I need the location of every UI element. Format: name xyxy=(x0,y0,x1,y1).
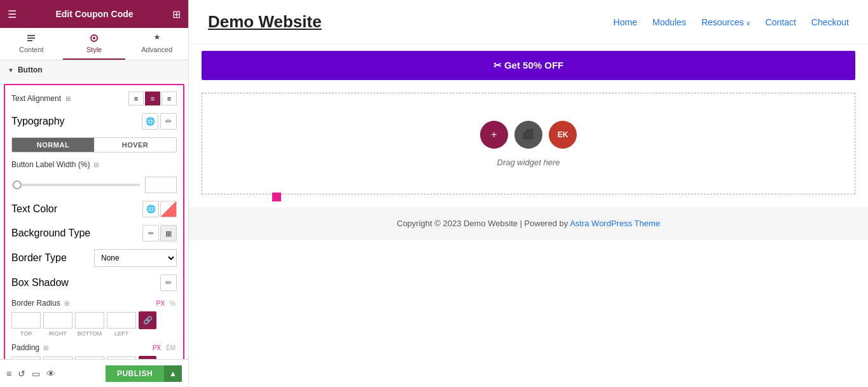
content-tab-icon xyxy=(26,33,36,43)
footer-link[interactable]: Astra WordPress Theme xyxy=(570,219,660,228)
br-left-label: LEFT xyxy=(107,330,136,337)
border-radius-top-input[interactable] xyxy=(11,312,41,329)
border-radius-link-btn[interactable]: 🔗 xyxy=(139,311,156,329)
padding-em-btn[interactable]: EM xyxy=(165,344,177,352)
preview-icon[interactable]: 👁 xyxy=(46,369,55,379)
panel-header: ☰ Edit Coupon Code ⊞ xyxy=(0,0,188,28)
site-nav-links: Home Modules Resources Contact Checkout xyxy=(614,17,849,27)
background-type-row: Background Type ✏ ▦ xyxy=(11,225,177,241)
grid-icon[interactable]: ⊞ xyxy=(172,8,181,20)
border-type-select[interactable]: None xyxy=(94,249,177,267)
publish-button[interactable]: PUBLISH xyxy=(106,365,164,382)
tab-advanced[interactable]: Advanced xyxy=(125,28,188,60)
section-arrow: ▼ xyxy=(8,67,14,74)
padding-header: Padding 🖥 PX EM xyxy=(11,343,177,352)
promo-text: ✂ Get 50% OFF xyxy=(493,60,564,71)
border-radius-inputs: 🔗 xyxy=(11,311,177,329)
svg-point-4 xyxy=(93,37,95,39)
padding-px-btn[interactable]: PX xyxy=(151,344,162,352)
border-radius-label-group: Border Radius 🖥 xyxy=(11,299,70,308)
button-width-monitor-icon: 🖥 xyxy=(92,161,99,168)
site-footer: Copyright © 2023 Demo Website | Powered … xyxy=(189,207,868,240)
typography-row: Typography 🌐 ✏ xyxy=(11,113,177,130)
bg-gradient-btn[interactable]: ▦ xyxy=(160,225,177,241)
border-radius-right-input[interactable] xyxy=(43,312,72,329)
tab-style[interactable]: Style xyxy=(63,28,126,60)
publish-btn-group: PUBLISH ▲ xyxy=(106,365,182,382)
text-alignment-label: Text Alignment xyxy=(11,94,61,103)
left-panel: ☰ Edit Coupon Code ⊞ Content Style Advan… xyxy=(0,0,189,387)
right-content: Demo Website Home Modules Resources Cont… xyxy=(189,0,868,387)
border-radius-px-btn[interactable]: PX xyxy=(155,299,166,308)
border-radius-bottom-input[interactable] xyxy=(75,312,104,329)
text-color-globe-btn[interactable]: 🌐 xyxy=(142,201,159,217)
svg-rect-1 xyxy=(27,37,35,39)
text-color-icons: 🌐 xyxy=(142,201,177,217)
responsive-icon[interactable]: ▭ xyxy=(32,369,40,379)
text-color-label: Text Color xyxy=(11,203,57,215)
background-type-label: Background Type xyxy=(11,227,90,239)
stop-widget-btn[interactable]: ⬛ xyxy=(514,121,542,149)
publish-dropdown-btn[interactable]: ▲ xyxy=(164,365,182,382)
br-bottom-label: BOTTOM xyxy=(75,330,104,337)
padding-label-group: Padding 🖥 xyxy=(11,343,49,352)
panel-tabs: Content Style Advanced xyxy=(0,28,188,60)
style-tab-label: Style xyxy=(86,46,102,53)
border-radius-pct-btn[interactable]: % xyxy=(169,299,177,308)
text-alignment-label-group: Text Alignment 🖥 xyxy=(11,94,71,103)
layers-icon[interactable]: ≡ xyxy=(6,369,11,379)
button-label-width-label: Button Label Width (%) xyxy=(11,160,90,169)
hover-tab[interactable]: HOVER xyxy=(94,138,176,152)
nav-link-modules[interactable]: Modules xyxy=(652,17,686,27)
add-widget-btn[interactable]: + xyxy=(480,121,508,149)
slider-track[interactable] xyxy=(11,184,140,186)
border-type-row: Border Type None xyxy=(11,249,177,267)
tab-content[interactable]: Content xyxy=(0,28,63,60)
button-section-header[interactable]: ▼ Button xyxy=(0,60,188,80)
box-shadow-row: Box Shadow ✏ xyxy=(11,275,177,291)
globe-icon-btn[interactable]: 🌐 xyxy=(142,113,158,130)
site-logo: Demo Website xyxy=(208,12,322,32)
padding-unit-toggle: PX EM xyxy=(151,344,177,352)
edit-widget-btn[interactable]: EK xyxy=(549,121,577,149)
button-label-width-row: Button Label Width (%) 🖥 xyxy=(11,160,177,169)
align-buttons-group: ≡ ≡ ≡ xyxy=(128,92,177,105)
box-shadow-pen-btn[interactable]: ✏ xyxy=(160,275,177,291)
text-color-row: Text Color 🌐 xyxy=(11,201,177,217)
border-radius-label: Border Radius xyxy=(11,299,60,308)
nav-link-resources[interactable]: Resources xyxy=(701,17,750,27)
box-shadow-label: Box Shadow xyxy=(11,277,69,289)
br-top-label: TOP xyxy=(11,330,41,337)
bg-solid-btn[interactable]: ✏ xyxy=(142,225,159,241)
bg-type-buttons: ✏ ▦ xyxy=(142,225,177,241)
nav-link-home[interactable]: Home xyxy=(614,17,637,27)
border-radius-left-input[interactable] xyxy=(107,312,136,329)
svg-rect-0 xyxy=(27,35,35,36)
align-right-btn[interactable]: ≡ xyxy=(162,92,177,105)
nav-link-checkout[interactable]: Checkout xyxy=(811,17,849,27)
pen-icon-btn[interactable]: ✏ xyxy=(160,113,177,130)
border-type-label: Border Type xyxy=(11,252,67,264)
slider-thumb[interactable] xyxy=(13,180,22,189)
footer-text: Copyright © 2023 Demo Website | Powered … xyxy=(397,219,570,228)
border-radius-header: Border Radius 🖥 PX % xyxy=(11,299,177,308)
padding-row: Padding 🖥 PX EM 🔗 TOP xyxy=(11,343,177,359)
panel-body: ▼ Button Text Alignment 🖥 ≡ ≡ ≡ Typograp… xyxy=(0,60,188,359)
align-center-btn[interactable]: ≡ xyxy=(145,92,160,105)
slider-row xyxy=(11,177,177,193)
pink-square-icon[interactable] xyxy=(272,193,281,201)
normal-tab[interactable]: NORMAL xyxy=(12,138,94,152)
text-color-swatch-btn[interactable] xyxy=(160,201,177,217)
align-left-btn[interactable]: ≡ xyxy=(128,92,144,105)
bottom-icons: ≡ ↺ ▭ 👁 xyxy=(6,369,55,379)
svg-rect-2 xyxy=(27,40,32,41)
typography-label: Typography xyxy=(11,116,65,127)
text-alignment-monitor-icon: 🖥 xyxy=(64,95,71,102)
nav-link-contact[interactable]: Contact xyxy=(766,17,796,27)
br-right-label: RIGHT xyxy=(43,330,72,337)
settings-box: Text Alignment 🖥 ≡ ≡ ≡ Typography 🌐 ✏ xyxy=(4,84,184,359)
hamburger-icon[interactable]: ☰ xyxy=(8,8,17,20)
history-icon[interactable]: ↺ xyxy=(18,369,25,379)
width-number-input[interactable] xyxy=(145,177,177,193)
border-radius-monitor-icon: 🖥 xyxy=(63,299,70,307)
